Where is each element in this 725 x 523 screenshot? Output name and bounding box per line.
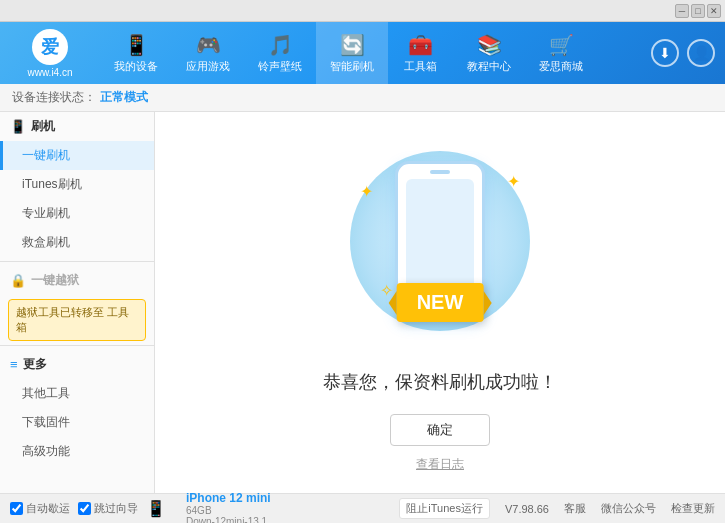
device-icon: 📱 <box>146 499 166 518</box>
logo-text: www.i4.cn <box>27 67 72 78</box>
logo[interactable]: 爱 www.i4.cn <box>0 29 100 78</box>
itunes-flash-label: iTunes刷机 <box>22 177 82 191</box>
customer-service-link[interactable]: 客服 <box>564 501 586 516</box>
smart-shop-icon: 🔄 <box>340 33 365 57</box>
nav-item-smart-shop[interactable]: 🔄 智能刷机 <box>316 22 388 84</box>
save-flash-label: 救盒刷机 <box>22 235 70 249</box>
sidebar-item-one-key-flash[interactable]: 一键刷机 <box>0 141 154 170</box>
more-section-icon: ≡ <box>10 357 18 372</box>
device-info: iPhone 12 mini 64GB Down-12mini-13,1 <box>186 491 271 524</box>
skip-wizard-checkbox[interactable] <box>78 502 91 515</box>
sidebar-item-download-fw[interactable]: 下载固件 <box>0 408 154 437</box>
nav-item-toolbox[interactable]: 🧰 工具箱 <box>388 22 453 84</box>
version-text: V7.98.66 <box>505 503 549 515</box>
sidebar-section-more: ≡ 更多 <box>0 350 154 379</box>
toolbox-icon: 🧰 <box>408 33 433 57</box>
logo-icon: 爱 <box>32 29 68 65</box>
nav-label-tutorials: 教程中心 <box>467 59 511 74</box>
sidebar-item-save-flash[interactable]: 救盒刷机 <box>0 228 154 257</box>
jailbreak-warning-text: 越狱工具已转移至 工具箱 <box>16 306 129 333</box>
skip-wizard-label: 跳过向导 <box>94 501 138 516</box>
device-storage: 64GB <box>186 505 271 516</box>
maximize-btn[interactable]: □ <box>691 4 705 18</box>
nav-label-apps-games: 应用游戏 <box>186 59 230 74</box>
ringtones-icon: 🎵 <box>268 33 293 57</box>
nav-item-tutorials[interactable]: 📚 教程中心 <box>453 22 525 84</box>
content-area: NEW ✦ ✦ ✧ 恭喜您，保资料刷机成功啦！ 确定 查看日志 <box>155 112 725 493</box>
my-device-icon: 📱 <box>124 33 149 57</box>
sparkle-3: ✧ <box>380 281 393 300</box>
nav-label-shop: 爱思商城 <box>539 59 583 74</box>
title-bar: ─ □ ✕ <box>0 0 725 22</box>
sidebar: 📱 刷机 一键刷机 iTunes刷机 专业刷机 救盒刷机 🔒 一键越狱 越狱工具… <box>0 112 155 493</box>
nav-item-ringtones[interactable]: 🎵 铃声壁纸 <box>244 22 316 84</box>
one-key-flash-label: 一键刷机 <box>22 148 70 162</box>
secondary-link[interactable]: 查看日志 <box>416 456 464 473</box>
pro-flash-label: 专业刷机 <box>22 206 70 220</box>
phone-screen <box>406 179 474 298</box>
flash-section-label: 刷机 <box>31 118 55 135</box>
phone-speaker <box>430 170 450 174</box>
block-itunes-button[interactable]: 阻止iTunes运行 <box>399 498 490 519</box>
sidebar-item-advanced[interactable]: 高级功能 <box>0 437 154 466</box>
sidebar-divider-2 <box>0 345 154 346</box>
status-bar: 设备连接状态： 正常模式 <box>0 84 725 112</box>
sparkle-2: ✦ <box>507 172 520 191</box>
lock-icon: 🔒 <box>10 273 26 288</box>
success-illustration: NEW ✦ ✦ ✧ <box>330 132 550 350</box>
bottom-left: 自动歇运 跳过向导 📱 iPhone 12 mini 64GB Down-12m… <box>10 491 399 524</box>
jailbreak-warning: 越狱工具已转移至 工具箱 <box>8 299 146 341</box>
bottom-bar: 自动歇运 跳过向导 📱 iPhone 12 mini 64GB Down-12m… <box>0 493 725 523</box>
sidebar-item-pro-flash[interactable]: 专业刷机 <box>0 199 154 228</box>
status-value: 正常模式 <box>100 89 148 106</box>
nav-item-my-device[interactable]: 📱 我的设备 <box>100 22 172 84</box>
auto-close-checkbox-label[interactable]: 自动歇运 <box>10 501 70 516</box>
bottom-right: 阻止iTunes运行 V7.98.66 客服 微信公众号 检查更新 <box>399 498 715 519</box>
flash-section-icon: 📱 <box>10 119 26 134</box>
minimize-btn[interactable]: ─ <box>675 4 689 18</box>
confirm-button[interactable]: 确定 <box>390 414 490 446</box>
user-icon-btn[interactable]: 👤 <box>687 39 715 67</box>
device-model: Down-12mini-13,1 <box>186 516 271 524</box>
other-tools-label: 其他工具 <box>22 386 70 400</box>
auto-close-checkbox[interactable] <box>10 502 23 515</box>
jailbreak-section-label: 一键越狱 <box>31 272 79 289</box>
close-btn[interactable]: ✕ <box>707 4 721 18</box>
header: 爱 www.i4.cn 📱 我的设备 🎮 应用游戏 🎵 铃声壁纸 🔄 智能刷机 … <box>0 22 725 84</box>
auto-close-label: 自动歇运 <box>26 501 70 516</box>
nav-bar: 📱 我的设备 🎮 应用游戏 🎵 铃声壁纸 🔄 智能刷机 🧰 工具箱 📚 教程中心… <box>100 22 651 84</box>
success-message: 恭喜您，保资料刷机成功啦！ <box>323 370 557 394</box>
nav-label-my-device: 我的设备 <box>114 59 158 74</box>
check-update-link[interactable]: 检查更新 <box>671 501 715 516</box>
download-fw-label: 下载固件 <box>22 415 70 429</box>
more-section-label: 更多 <box>23 356 47 373</box>
nav-label-toolbox: 工具箱 <box>404 59 437 74</box>
sidebar-item-other-tools[interactable]: 其他工具 <box>0 379 154 408</box>
new-ribbon-text: NEW <box>417 291 464 313</box>
nav-item-shop[interactable]: 🛒 爱思商城 <box>525 22 597 84</box>
new-ribbon: NEW <box>397 283 484 322</box>
download-icon-btn[interactable]: ⬇ <box>651 39 679 67</box>
sidebar-section-jailbreak: 🔒 一键越狱 <box>0 266 154 295</box>
header-right: ⬇ 👤 <box>651 39 725 67</box>
nav-label-ringtones: 铃声壁纸 <box>258 59 302 74</box>
skip-wizard-checkbox-label[interactable]: 跳过向导 <box>78 501 138 516</box>
apps-games-icon: 🎮 <box>196 33 221 57</box>
nav-item-apps-games[interactable]: 🎮 应用游戏 <box>172 22 244 84</box>
device-name: iPhone 12 mini <box>186 491 271 505</box>
sparkle-1: ✦ <box>360 182 373 201</box>
sidebar-divider-1 <box>0 261 154 262</box>
status-label: 设备连接状态： <box>12 89 96 106</box>
tutorials-icon: 📚 <box>477 33 502 57</box>
advanced-label: 高级功能 <box>22 444 70 458</box>
sidebar-item-itunes-flash[interactable]: iTunes刷机 <box>0 170 154 199</box>
shop-icon: 🛒 <box>549 33 574 57</box>
nav-label-smart-shop: 智能刷机 <box>330 59 374 74</box>
wechat-link[interactable]: 微信公众号 <box>601 501 656 516</box>
sidebar-section-flash: 📱 刷机 <box>0 112 154 141</box>
main-layout: 📱 刷机 一键刷机 iTunes刷机 专业刷机 救盒刷机 🔒 一键越狱 越狱工具… <box>0 112 725 493</box>
